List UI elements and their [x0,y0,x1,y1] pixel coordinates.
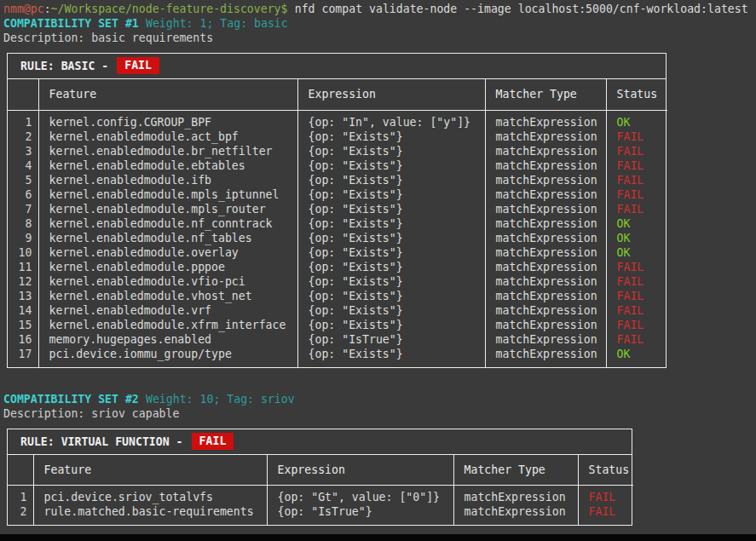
row-expression: {op: "Exists"} [297,231,485,245]
row-feature: kernel.enabledmodule.ifb [38,173,297,187]
row-index: 14 [8,303,38,318]
row-matcher-type: matchExpression [485,245,606,260]
set-description: Description: basic requirements [3,31,756,45]
row-feature: kernel.enabledmodule.nf_tables [38,231,297,245]
set-heading: COMPATIBILITY SET #1Weight: 1; Tag: basi… [3,16,756,31]
rule-label: RULE: BASIC - [20,60,108,72]
row-matcher-type: matchExpression [485,347,606,367]
row-status: FAIL [606,202,667,216]
row-matcher-type: matchExpression [453,504,578,525]
column-header: Matcher Type [485,79,606,110]
row-status: FAIL [578,504,633,525]
row-feature: pci.device.sriov_totalvfs [33,486,267,505]
row-index: 11 [8,260,38,274]
table-row: 1kernel.config.CGROUP_BPF{op: "In", valu… [8,110,667,129]
row-status: FAIL [606,187,667,202]
rule-header: RULE: BASIC -FAIL [8,54,666,79]
row-matcher-type: matchExpression [485,260,606,274]
row-feature: kernel.enabledmodule.ebtables [38,158,297,173]
rule-table-basic: RULE: BASIC -FAIL FeatureExpressionMatch… [7,53,667,368]
row-status: FAIL [606,260,667,274]
row-feature: kernel.enabledmodule.vrf [38,303,297,318]
row-status: FAIL [606,289,667,303]
row-matcher-type: matchExpression [485,231,606,245]
row-index: 5 [8,173,38,187]
row-index: 9 [8,231,38,245]
row-index: 1 [8,486,33,505]
row-expression: {op: "Exists"} [297,318,485,332]
column-header: Matcher Type [453,455,578,486]
prompt-symbol: $ [281,3,288,15]
row-matcher-type: matchExpression [453,486,578,505]
column-header [8,455,33,486]
bottom-bar [0,534,756,541]
row-expression: {op: "Exists"} [297,260,485,274]
row-expression: {op: "Exists"} [297,289,485,303]
row-feature: kernel.enabledmodule.overlay [38,245,297,260]
row-matcher-type: matchExpression [485,144,606,158]
row-status: FAIL [578,486,633,505]
row-index: 10 [8,245,38,260]
rule-label: RULE: VIRTUAL FUNCTION - [20,435,183,448]
column-header: Status [578,455,633,486]
row-expression: {op: "Exists"} [297,245,485,260]
row-expression: {op: "In", value: ["y"]} [297,110,485,129]
row-expression: {op: "Gt", value: ["0"]} [267,486,453,505]
prompt-separator: : [44,3,51,15]
set-title: COMPATIBILITY SET #1 [3,17,139,30]
compatibility-set-2: COMPATIBILITY SET #2Weight: 10; Tag: sri… [3,392,756,527]
table-row: 16memory.hugepages.enabled{op: "IsTrue"}… [8,332,667,347]
set-meta: Weight: 10; Tag: sriov [146,393,295,406]
table-row: 13kernel.enabledmodule.vhost_net{op: "Ex… [8,289,667,303]
table-row: 1pci.device.sriov_totalvfs{op: "Gt", val… [8,486,633,505]
row-expression: {op: "Exists"} [297,187,485,202]
table-row: 5kernel.enabledmodule.ifb{op: "Exists"}m… [8,173,667,187]
row-matcher-type: matchExpression [485,158,606,173]
terminal-window[interactable]: nmm@pc:~/Workspace/node-feature-discover… [0,0,756,541]
row-feature: kernel.enabledmodule.br_netfilter [38,144,297,158]
column-header [8,79,38,110]
column-header: Feature [33,455,267,486]
row-expression: {op: "IsTrue"} [267,504,453,525]
command-text: nfd compat validate-node --image localho… [295,3,748,15]
row-matcher-type: matchExpression [485,274,606,289]
column-header: Expression [267,455,453,486]
row-index: 13 [8,289,38,303]
row-index: 3 [8,144,38,158]
row-expression: {op: "Exists"} [297,144,485,158]
row-matcher-type: matchExpression [485,216,606,231]
table-row: 7kernel.enabledmodule.mpls_router{op: "E… [8,202,667,216]
set-meta: Weight: 1; Tag: basic [146,17,288,30]
row-status: FAIL [606,332,667,347]
row-status: FAIL [606,129,667,144]
row-expression: {op: "Exists"} [297,274,485,289]
row-feature: kernel.config.CGROUP_BPF [38,110,297,129]
row-matcher-type: matchExpression [485,332,606,347]
row-index: 17 [8,347,38,367]
row-feature: kernel.enabledmodule.mpls_iptunnel [38,187,297,202]
row-index: 4 [8,158,38,173]
row-status: FAIL [606,144,667,158]
table-row: 14kernel.enabledmodule.vrf{op: "Exists"}… [8,303,667,318]
row-expression: {op: "Exists"} [297,129,485,144]
row-matcher-type: matchExpression [485,173,606,187]
row-status: OK [606,216,667,231]
row-index: 6 [8,187,38,202]
row-expression: {op: "Exists"} [297,216,485,231]
set-heading: COMPATIBILITY SET #2Weight: 10; Tag: sri… [3,392,756,406]
row-index: 2 [8,129,38,144]
rule-results-table: FeatureExpressionMatcher TypeStatus 1pci… [8,455,633,526]
row-matcher-type: matchExpression [485,110,606,129]
row-matcher-type: matchExpression [485,187,606,202]
row-matcher-type: matchExpression [485,303,606,318]
table-row: 17pci.device.iommu_group/type{op: "Exist… [8,347,667,367]
table-row: 12kernel.enabledmodule.vfio-pci{op: "Exi… [8,274,667,289]
row-index: 1 [8,110,38,129]
row-status: FAIL [606,158,667,173]
row-expression: {op: "Exists"} [297,158,485,173]
table-row: 3kernel.enabledmodule.br_netfilter{op: "… [8,144,667,158]
set-title: COMPATIBILITY SET #2 [3,393,139,406]
row-matcher-type: matchExpression [485,129,606,144]
column-header: Expression [297,79,485,110]
row-feature: kernel.enabledmodule.pppoe [38,260,297,274]
